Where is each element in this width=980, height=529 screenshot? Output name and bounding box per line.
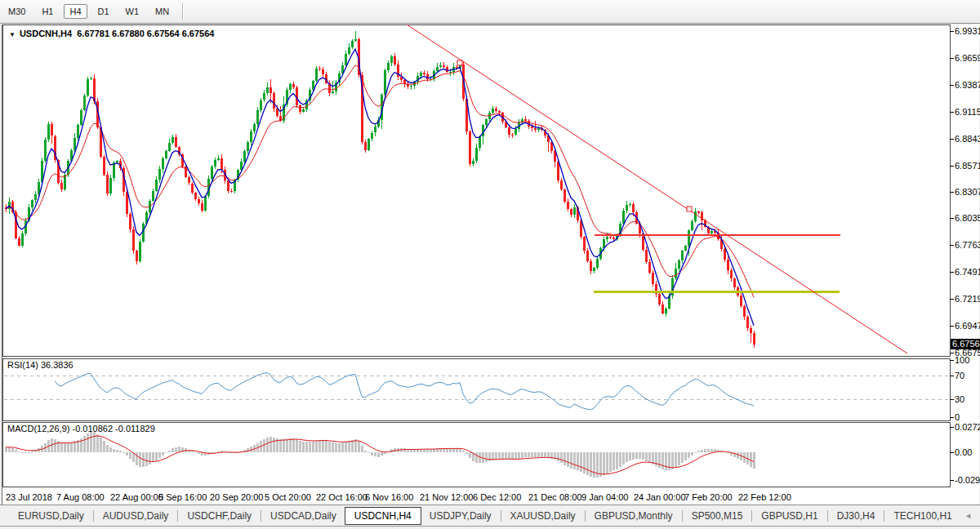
chart-tab-usdcnh-h4[interactable]: USDCNH,H4 bbox=[345, 507, 421, 525]
price-axis-label: 6.96590 bbox=[955, 53, 980, 63]
chart-tab-row: EURUSD,DailyAUDUSD,DailyUSDCHF,DailyUSDC… bbox=[0, 505, 980, 527]
price-chart-canvas[interactable] bbox=[2, 24, 951, 357]
axis-tick bbox=[950, 58, 954, 59]
axis-tick bbox=[950, 360, 954, 361]
rsi-canvas[interactable] bbox=[2, 358, 951, 421]
rsi-axis-label: 0 bbox=[955, 412, 960, 422]
macd-axis-label: 0.027219 bbox=[955, 422, 980, 432]
macd-axis-label: 0.00 bbox=[955, 447, 972, 457]
price-axis-label: 6.85710 bbox=[955, 161, 980, 171]
tab-scroll-right-icon[interactable]: ▸ bbox=[976, 510, 980, 521]
chart-tab-tech100-h1[interactable]: TECH100,H1 bbox=[885, 507, 960, 525]
price-axis-label: 6.91150 bbox=[955, 107, 980, 117]
time-axis-label: 9 Jan 04:00 bbox=[581, 492, 629, 502]
tab-nav: ◂ ▸ bbox=[960, 510, 980, 521]
chart-tab-usdcad-daily[interactable]: USDCAD,Daily bbox=[262, 507, 345, 525]
rsi-axis-label: 100 bbox=[955, 355, 969, 365]
chart-window: ▼USDCNH,H4 6.67781 6.67880 6.67564 6.675… bbox=[2, 24, 979, 505]
chart-tab-eurusd-daily[interactable]: EURUSD,Daily bbox=[10, 507, 92, 525]
price-axis-label: 6.74910 bbox=[955, 267, 980, 277]
axis-tick bbox=[950, 376, 954, 376]
time-axis-label: 22 Oct 16:00 bbox=[316, 492, 368, 502]
chart-ohlc: 6.67781 6.67880 6.67564 6.67564 bbox=[77, 29, 214, 38]
tab-separator bbox=[682, 510, 683, 522]
price-axis-label: 6.88430 bbox=[955, 134, 980, 144]
price-axis-label: 6.83070 bbox=[955, 187, 980, 197]
tabs: EURUSD,DailyAUDUSD,DailyUSDCHF,DailyUSDC… bbox=[10, 507, 960, 525]
chart-tab-dj30-h4[interactable]: DJ30,H4 bbox=[829, 507, 884, 525]
chart-symbol: USDCNH,H4 bbox=[20, 29, 72, 38]
current-price-marker: 6.67564 bbox=[951, 339, 980, 349]
tab-separator bbox=[827, 510, 828, 522]
axis-tick bbox=[950, 166, 954, 167]
time-axis-label: 21 Dec 08:00 bbox=[528, 492, 581, 502]
axis-tick bbox=[950, 112, 954, 113]
tab-separator bbox=[177, 510, 178, 522]
timeframe-toolbar: M30H1H4D1W1MN bbox=[0, 0, 980, 24]
tab-separator bbox=[751, 510, 752, 522]
time-axis[interactable]: 23 Jul 20187 Aug 08:0022 Aug 00:005 Sep … bbox=[2, 488, 951, 505]
trendline[interactable] bbox=[407, 24, 907, 353]
axis-tick bbox=[950, 85, 954, 86]
axis-tick bbox=[950, 399, 954, 400]
axis-tick bbox=[950, 218, 954, 219]
time-axis-label: 21 Nov 12:00 bbox=[420, 492, 473, 502]
price-axis-label: 6.77630 bbox=[955, 240, 980, 250]
axis-tick bbox=[950, 417, 954, 418]
chart-tab-gbpusd-monthly[interactable]: GBPUSD,Monthly bbox=[586, 507, 681, 525]
axis-tick bbox=[950, 427, 954, 428]
trendline-handle[interactable] bbox=[457, 60, 462, 65]
axis-tick bbox=[950, 139, 954, 140]
chart-tab-sp500-m15[interactable]: SP500,M15 bbox=[684, 507, 751, 525]
time-axis-label: 7 Feb 20:00 bbox=[684, 492, 733, 502]
timeframe-button-d1[interactable]: D1 bbox=[92, 4, 115, 19]
time-axis-label: 24 Jan 00:00 bbox=[634, 492, 686, 502]
chart-tab-gbpusd-h1[interactable]: GBPUSD,H1 bbox=[753, 507, 826, 525]
time-axis-label: 22 Feb 12:00 bbox=[738, 492, 791, 502]
price-axis-label: 6.69470 bbox=[955, 321, 980, 331]
timeframe-button-h4[interactable]: H4 bbox=[64, 4, 87, 19]
chart-tab-xauusd-daily[interactable]: XAUUSD,Daily bbox=[502, 507, 584, 525]
chart-tab-bar: EURUSD,DailyAUDUSD,DailyUSDCHF,DailyUSDC… bbox=[0, 505, 980, 529]
price-axis-label: 6.80350 bbox=[955, 213, 980, 223]
ma-slow-line[interactable] bbox=[6, 65, 754, 297]
timeframe-button-w1[interactable]: W1 bbox=[120, 4, 145, 19]
tab-separator bbox=[884, 510, 884, 522]
axis-tick bbox=[950, 353, 954, 353]
axis-tick bbox=[950, 326, 954, 327]
tab-scroll-left-icon[interactable]: ◂ bbox=[960, 510, 977, 521]
time-axis-label: 5 Oct 20:00 bbox=[265, 492, 311, 502]
timeframe-button-h1[interactable]: H1 bbox=[36, 4, 59, 19]
time-axis-label: 23 Jul 2018 bbox=[6, 492, 52, 502]
chart-dropdown-icon[interactable]: ▼ bbox=[9, 31, 16, 38]
axis-tick bbox=[950, 272, 954, 273]
axis-tick bbox=[950, 480, 954, 481]
time-axis-label: 7 Aug 08:00 bbox=[56, 492, 105, 502]
tab-separator bbox=[261, 510, 261, 522]
toolbar-separator bbox=[182, 3, 184, 20]
mt4-window: M30H1H4D1W1MN ▼USDCNH,H4 6.67781 6.67880… bbox=[0, 0, 980, 529]
chart-title: ▼USDCNH,H4 6.67781 6.67880 6.67564 6.675… bbox=[9, 29, 214, 38]
price-axis-label: 6.99310 bbox=[955, 26, 980, 36]
time-axis-label: 20 Sep 20:00 bbox=[210, 492, 263, 502]
axis-tick bbox=[950, 299, 954, 300]
chart-tab-usdchf-daily[interactable]: USDCHF,Daily bbox=[179, 507, 260, 525]
price-axis-label: 6.93870 bbox=[955, 80, 980, 90]
macd-label: MACD(12,26,9) -0.010862 -0.011829 bbox=[7, 424, 155, 433]
ma-fast-line[interactable] bbox=[6, 49, 754, 326]
timeframe-button-m30[interactable]: M30 bbox=[2, 4, 31, 19]
chart-tab-usdjpy-daily[interactable]: USDJPY,Daily bbox=[421, 507, 500, 525]
rsi-line bbox=[55, 373, 754, 410]
axis-tick bbox=[950, 192, 954, 193]
chart-tab-audusd-daily[interactable]: AUDUSD,Daily bbox=[95, 507, 177, 525]
time-axis-label: 22 Aug 00:00 bbox=[110, 492, 163, 502]
timeframe-button-mn[interactable]: MN bbox=[149, 4, 175, 19]
trendline-handle[interactable] bbox=[687, 207, 692, 211]
time-axis-label: 5 Sep 16:00 bbox=[158, 492, 207, 502]
tab-separator bbox=[585, 510, 586, 522]
axis-tick bbox=[950, 245, 954, 246]
axis-tick bbox=[950, 452, 954, 453]
time-axis-label: 6 Nov 16:00 bbox=[365, 492, 413, 502]
rsi-axis-label: 70 bbox=[955, 371, 964, 380]
tab-separator bbox=[93, 510, 94, 522]
